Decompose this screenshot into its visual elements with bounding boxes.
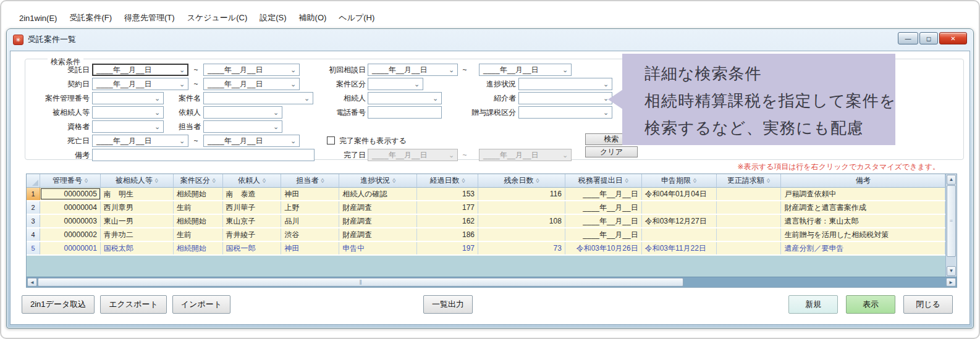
- chevron-down-icon[interactable]: ⌄: [271, 122, 281, 132]
- first-consult-to[interactable]: ____年__月__日⌄: [479, 64, 572, 76]
- table-cell[interactable]: 上野: [281, 201, 339, 214]
- receipt-date-from[interactable]: ____年__月__日⌄: [92, 64, 188, 76]
- table-cell[interactable]: 162: [417, 215, 478, 227]
- table-cell[interactable]: 国税太郎: [101, 242, 174, 254]
- list-output-button[interactable]: 一覧出力: [423, 295, 473, 314]
- table-cell[interactable]: 00000001: [40, 242, 101, 254]
- table-cell[interactable]: 73: [478, 242, 565, 254]
- table-row[interactable]: 100000005南 明生相続開始南 泰造神田相続人の確認153116____年…: [27, 188, 945, 201]
- table-cell[interactable]: 財産調査: [339, 201, 417, 214]
- table-cell[interactable]: 遺言執行者：東山太郎: [781, 215, 945, 227]
- column-header[interactable]: 進捗状況◊: [339, 174, 417, 188]
- chevron-down-icon[interactable]: ⌄: [177, 136, 187, 146]
- column-header[interactable]: 依頼人◊: [223, 174, 282, 188]
- client-combo[interactable]: ⌄: [203, 106, 282, 119]
- chevron-down-icon[interactable]: ⌄: [177, 79, 187, 89]
- chevron-down-icon[interactable]: ⌄: [447, 65, 456, 75]
- case-number-combo[interactable]: ⌄: [92, 92, 164, 104]
- table-cell[interactable]: 戸籍調査依頼中: [781, 188, 945, 200]
- table-cell[interactable]: 生前: [174, 201, 223, 214]
- chevron-down-icon[interactable]: ⌄: [601, 79, 610, 89]
- table-cell[interactable]: 令和03年10月26日: [565, 242, 642, 254]
- table-cell[interactable]: 00000002: [40, 228, 101, 241]
- death-date-to[interactable]: ____年__月__日⌄: [203, 135, 300, 147]
- table-cell[interactable]: 00000005: [40, 188, 101, 200]
- column-header[interactable]: 管理番号◊: [40, 174, 101, 188]
- table-cell[interactable]: 相続開始: [174, 188, 223, 200]
- chevron-down-icon[interactable]: ⌄: [177, 65, 187, 75]
- menu-item[interactable]: 受託案件(F): [64, 10, 117, 25]
- table-cell[interactable]: [478, 201, 565, 214]
- table-cell[interactable]: 渋谷: [281, 228, 339, 241]
- close-icon[interactable]: ✕: [939, 32, 967, 44]
- column-header[interactable]: 申告期限◊: [642, 174, 717, 188]
- menu-item[interactable]: 補助(O): [294, 10, 332, 25]
- table-cell[interactable]: 116: [478, 188, 565, 200]
- table-cell[interactable]: 財産調査と遺言書案作成: [781, 201, 945, 214]
- table-cell[interactable]: 177: [417, 201, 478, 214]
- sort-icon[interactable]: ◊: [536, 177, 539, 184]
- heir-combo[interactable]: ⌄: [368, 92, 442, 104]
- table-cell[interactable]: [642, 201, 717, 214]
- scroll-left-icon[interactable]: ◄: [27, 278, 37, 287]
- table-row[interactable]: 400000002青井功二生前青井綾子渋谷財産調査186____年__月__日生…: [27, 228, 945, 242]
- scroll-right-icon[interactable]: ►: [946, 278, 956, 287]
- chevron-down-icon[interactable]: ⌄: [289, 65, 298, 75]
- table-cell[interactable]: 186: [417, 228, 478, 241]
- menu-item[interactable]: 得意先管理(T): [119, 10, 180, 25]
- column-header[interactable]: 更正請求額◊: [717, 174, 782, 188]
- table-cell[interactable]: 南 明生: [101, 188, 174, 200]
- maximize-button[interactable]: ◻: [919, 32, 938, 44]
- table-cell[interactable]: 西川章男: [101, 201, 174, 214]
- title-bar[interactable]: ✳ 受託案件一覧 — ◻ ✕: [7, 29, 973, 50]
- chevron-down-icon[interactable]: ⌄: [271, 107, 281, 117]
- sort-icon[interactable]: ◊: [155, 177, 158, 184]
- vertical-scrollbar[interactable]: ▲ = ▼: [945, 174, 957, 277]
- table-cell[interactable]: 神田: [281, 188, 339, 200]
- contract-date-to[interactable]: ____年__月__日⌄: [203, 78, 300, 90]
- new-button[interactable]: 新規: [788, 295, 838, 314]
- table-cell[interactable]: 生前贈与を活用した相続税対策: [781, 228, 945, 241]
- table-cell[interactable]: 東山一男: [101, 215, 174, 227]
- table-cell[interactable]: [717, 201, 782, 214]
- sort-icon[interactable]: ◊: [693, 177, 696, 184]
- table-cell[interactable]: [642, 228, 717, 241]
- table-cell[interactable]: 令和03年11月22日: [642, 242, 717, 254]
- table-cell[interactable]: 青井功二: [101, 228, 174, 241]
- table-cell[interactable]: 相続開始: [174, 215, 223, 227]
- sort-icon[interactable]: ◊: [85, 177, 88, 184]
- chevron-down-icon[interactable]: ⌄: [431, 93, 440, 103]
- death-date-from[interactable]: ____年__月__日⌄: [92, 135, 188, 147]
- footer-button[interactable]: インポート: [172, 295, 230, 314]
- receipt-date-to[interactable]: ____年__月__日⌄: [203, 64, 300, 76]
- table-cell[interactable]: 生前: [174, 228, 223, 241]
- scroll-up-icon[interactable]: ▲: [947, 175, 956, 185]
- table-cell[interactable]: 南 泰造: [223, 188, 282, 200]
- table-cell[interactable]: ____年__月__日: [565, 188, 642, 200]
- table-cell[interactable]: 197: [417, 242, 478, 254]
- horizontal-scroll-thumb[interactable]: ‖: [38, 278, 683, 287]
- table-cell[interactable]: ____年__月__日: [565, 215, 642, 227]
- clear-button[interactable]: クリア: [585, 146, 638, 157]
- row-number[interactable]: 1: [27, 188, 40, 200]
- table-cell[interactable]: ____年__月__日: [565, 201, 642, 214]
- view-button[interactable]: 表示: [846, 295, 895, 314]
- menu-item[interactable]: 設定(S): [254, 10, 292, 25]
- row-number[interactable]: 5: [27, 242, 40, 254]
- table-cell[interactable]: 153: [417, 188, 478, 200]
- chevron-down-icon[interactable]: ⌄: [289, 79, 298, 89]
- column-header[interactable]: 担当者◊: [281, 174, 339, 188]
- case-type-combo[interactable]: ⌄: [368, 78, 423, 90]
- column-header[interactable]: 備考: [781, 174, 945, 188]
- decedent-combo[interactable]: ⌄: [92, 106, 164, 119]
- table-cell[interactable]: 申告中: [339, 242, 417, 254]
- column-header[interactable]: 被相続人等◊: [101, 174, 174, 188]
- row-number[interactable]: 4: [27, 228, 40, 241]
- vertical-scroll-thumb[interactable]: =: [947, 185, 956, 257]
- qualified-person-combo[interactable]: ⌄: [92, 120, 164, 133]
- column-header[interactable]: 税務署提出日◊: [565, 174, 642, 188]
- table-cell[interactable]: 青井綾子: [223, 228, 282, 241]
- table-row[interactable]: 200000004西川章男生前西川華子上野財産調査177____年__月__日財…: [27, 201, 945, 215]
- sort-icon[interactable]: ◊: [462, 177, 465, 184]
- minimize-button[interactable]: —: [898, 32, 918, 44]
